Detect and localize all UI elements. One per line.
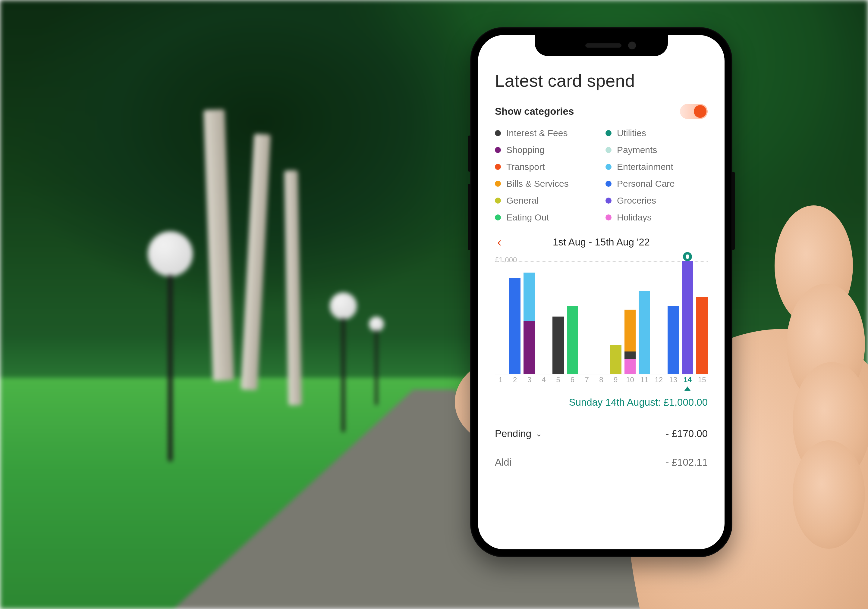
- legend-dot-icon: [606, 181, 612, 187]
- legend-item[interactable]: Bills & Services: [495, 179, 597, 189]
- x-axis-label[interactable]: 4: [538, 376, 549, 386]
- transaction-amount: - £170.00: [666, 428, 708, 439]
- legend-item[interactable]: Eating Out: [495, 212, 597, 223]
- chart-bar-segment: [668, 306, 679, 374]
- spend-chart[interactable]: £1,000 123456789101112131415: [495, 257, 708, 386]
- legend-item[interactable]: Transport: [495, 162, 597, 172]
- chart-bar[interactable]: [524, 261, 535, 374]
- legend-item[interactable]: General: [495, 195, 597, 206]
- show-categories-toggle[interactable]: [680, 104, 708, 119]
- prev-range-button[interactable]: ‹: [497, 235, 502, 249]
- chart-bar[interactable]: [682, 261, 693, 374]
- legend-dot-icon: [495, 130, 501, 136]
- legend-item[interactable]: Utilities: [606, 128, 708, 138]
- chart-bar[interactable]: [639, 261, 650, 374]
- chart-bar[interactable]: [538, 261, 549, 374]
- legend-label: Utilities: [617, 128, 646, 138]
- legend-item[interactable]: Personal Care: [606, 179, 708, 189]
- legend-item[interactable]: Shopping: [495, 145, 597, 155]
- show-categories-label: Show categories: [495, 106, 574, 117]
- x-axis-label[interactable]: 10: [625, 376, 636, 386]
- transaction-label: Aldi: [495, 457, 512, 468]
- x-axis-label[interactable]: 14: [682, 376, 693, 386]
- x-axis-label[interactable]: 2: [509, 376, 521, 386]
- legend-dot-icon: [495, 198, 501, 204]
- chart-bar-segment: [625, 310, 636, 351]
- legend-label: Shopping: [506, 145, 545, 155]
- chart-bar[interactable]: [509, 261, 521, 374]
- chart-bar[interactable]: [696, 261, 708, 374]
- chart-bar[interactable]: [668, 261, 679, 374]
- legend-dot-icon: [606, 198, 612, 204]
- legend-label: Eating Out: [506, 212, 549, 223]
- date-range-label: 1st Aug - 15th Aug '22: [553, 236, 650, 248]
- legend-dot-icon: [495, 147, 501, 153]
- chart-bar[interactable]: [653, 261, 665, 374]
- phone-notch: [535, 35, 668, 56]
- legend-dot-icon: [606, 215, 612, 221]
- legend-label: Groceries: [617, 195, 656, 206]
- x-axis-label[interactable]: 9: [610, 376, 622, 386]
- x-axis-label[interactable]: 6: [567, 376, 578, 386]
- chart-bar[interactable]: [595, 261, 607, 374]
- chart-bar[interactable]: [567, 261, 578, 374]
- legend-dot-icon: [606, 130, 612, 136]
- chart-bar[interactable]: [625, 261, 636, 374]
- chart-bar[interactable]: [495, 261, 506, 374]
- transaction-row: Aldi- £102.11: [495, 448, 708, 476]
- legend-label: Entertainment: [617, 162, 673, 172]
- legend-item[interactable]: Payments: [606, 145, 708, 155]
- chart-bar-segment: [696, 297, 708, 374]
- chart-bar-segment: [552, 317, 564, 374]
- legend-label: Personal Care: [617, 179, 675, 189]
- chart-bar-segment: [509, 278, 521, 374]
- chart-bar-segment: [567, 306, 578, 374]
- chevron-down-icon: ⌄: [536, 429, 542, 439]
- legend-dot-icon: [495, 181, 501, 187]
- legend-item[interactable]: Entertainment: [606, 162, 708, 172]
- legend-label: Bills & Services: [506, 179, 569, 189]
- app-screen: Latest card spend Show categories Intere…: [478, 35, 725, 549]
- x-axis-label[interactable]: 15: [696, 376, 708, 386]
- legend-label: General: [506, 195, 539, 206]
- legend-item[interactable]: Groceries: [606, 195, 708, 206]
- chart-bar-segment: [524, 272, 535, 321]
- chart-bar[interactable]: [581, 261, 592, 374]
- legend-dot-icon: [495, 215, 501, 221]
- x-axis-label[interactable]: 8: [595, 376, 607, 386]
- legend-label: Payments: [617, 145, 657, 155]
- transaction-amount: - £102.11: [666, 457, 708, 468]
- legend-item[interactable]: Holidays: [606, 212, 708, 223]
- legend-dot-icon: [606, 147, 612, 153]
- chart-bar-segment: [639, 291, 650, 374]
- x-axis-label[interactable]: 3: [524, 376, 535, 386]
- page-title: Latest card spend: [495, 71, 708, 91]
- transaction-label: Pending: [495, 428, 532, 439]
- x-axis-label[interactable]: 7: [581, 376, 592, 386]
- x-axis-label[interactable]: 12: [653, 376, 665, 386]
- chart-bar-segment: [625, 359, 636, 374]
- selected-day-summary: Sunday 14th August: £1,000.00: [495, 397, 708, 408]
- x-axis-label[interactable]: 1: [495, 376, 506, 386]
- transaction-row[interactable]: Pending⌄- £170.00: [495, 420, 708, 448]
- chart-bar[interactable]: [610, 261, 622, 374]
- legend-label: Interest & Fees: [506, 128, 567, 138]
- legend-label: Holidays: [617, 212, 652, 223]
- chart-bar[interactable]: [552, 261, 564, 374]
- background-photo: [0, 0, 868, 609]
- legend-dot-icon: [606, 164, 612, 170]
- x-axis-label[interactable]: 5: [552, 376, 564, 386]
- x-axis-label[interactable]: 13: [668, 376, 679, 386]
- category-legend: Interest & FeesUtilitiesShoppingPayments…: [495, 128, 708, 223]
- chart-bar-segment: [524, 321, 535, 374]
- chart-bar-segment: [610, 345, 622, 374]
- chart-bar-segment: [625, 351, 636, 359]
- legend-item[interactable]: Interest & Fees: [495, 128, 597, 138]
- chart-bar-segment: [682, 261, 693, 374]
- x-axis-label[interactable]: 11: [639, 376, 650, 386]
- legend-dot-icon: [495, 164, 501, 170]
- info-badge-icon[interactable]: [683, 252, 692, 261]
- phone-device-frame: Latest card spend Show categories Intere…: [470, 27, 732, 557]
- legend-label: Transport: [506, 162, 545, 172]
